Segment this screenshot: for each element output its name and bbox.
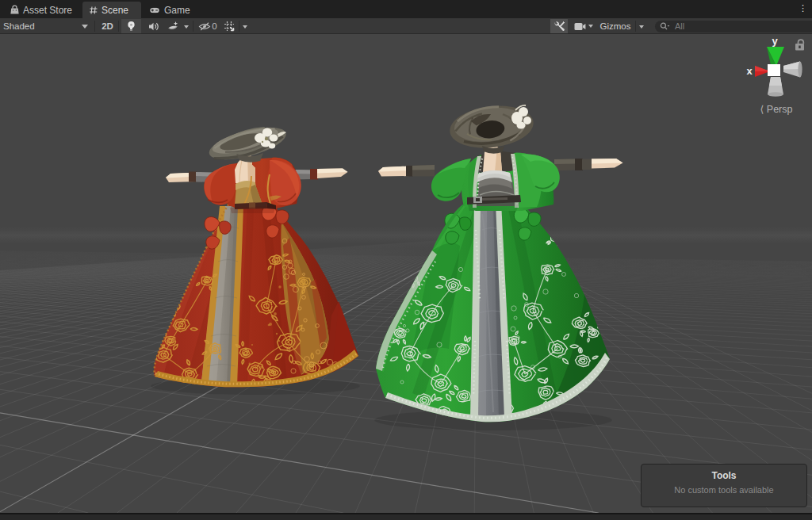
svg-text:⟨ Persp: ⟨ Persp xyxy=(760,104,792,115)
svg-text:x: x xyxy=(746,65,753,77)
svg-text:y: y xyxy=(772,35,778,47)
